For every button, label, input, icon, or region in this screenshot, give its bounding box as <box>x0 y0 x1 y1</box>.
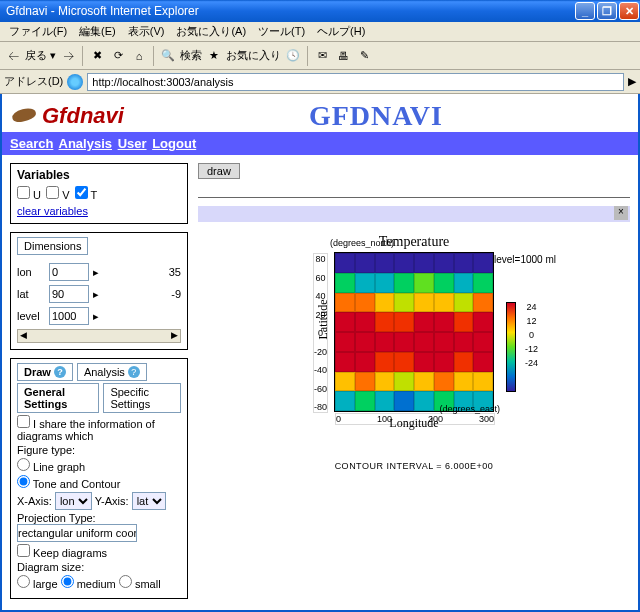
heatmap-cell <box>335 372 355 392</box>
size-small-label: small <box>135 578 161 590</box>
search-icon[interactable]: 🔍 <box>159 47 177 65</box>
menu-view[interactable]: 表示(V) <box>123 22 170 41</box>
nav-user[interactable]: User <box>118 136 147 151</box>
dragonfly-icon <box>12 109 42 123</box>
edit-icon[interactable]: ✎ <box>355 47 373 65</box>
draw-button[interactable]: draw <box>198 163 240 179</box>
size-large-radio[interactable] <box>17 575 30 588</box>
menu-tools[interactable]: ツール(T) <box>253 22 310 41</box>
address-label: アドレス(D) <box>4 74 63 89</box>
logo-left-text: Gfdnavi <box>42 103 124 128</box>
dimensions-panel: Dimensions lon ▸ 35 lat ▸ -9 level <box>10 232 188 350</box>
go-icon[interactable]: ▶ <box>628 75 636 88</box>
share-checkbox[interactable] <box>17 415 30 428</box>
stop-icon[interactable]: ✖ <box>88 47 106 65</box>
dim-level-input[interactable] <box>49 307 89 325</box>
var-t-checkbox[interactable] <box>75 186 88 199</box>
heatmap-cell <box>473 352 493 372</box>
heatmap-cell <box>355 391 375 411</box>
favorites-label[interactable]: お気に入り <box>226 48 281 63</box>
maximize-button[interactable]: ❐ <box>597 2 617 20</box>
close-icon[interactable]: × <box>614 206 628 220</box>
divider <box>198 197 630 198</box>
dimensions-tab[interactable]: Dimensions <box>17 237 88 255</box>
window-title: Gfdnavi - Microsoft Internet Explorer <box>6 4 199 18</box>
dim-lon-row: lon ▸ 35 <box>17 263 181 281</box>
back-icon[interactable]: 🡠 <box>4 47 22 65</box>
dim-lat-slider[interactable] <box>103 288 167 300</box>
help-icon[interactable]: ? <box>128 366 140 378</box>
size-small-radio[interactable] <box>119 575 132 588</box>
yaxis-select[interactable]: lat <box>132 492 166 510</box>
proj-input[interactable] <box>17 524 137 542</box>
heatmap-cell <box>454 273 474 293</box>
dim-level-label: level <box>17 310 45 322</box>
heatmap-cell <box>414 352 434 372</box>
var-u-label: U <box>33 189 41 201</box>
heatmap-cell <box>394 312 414 332</box>
favorites-icon[interactable]: ★ <box>205 47 223 65</box>
dim-lat-input[interactable] <box>49 285 89 303</box>
dim-lon-slider[interactable] <box>103 266 165 278</box>
size-medium-label: medium <box>77 578 116 590</box>
heatmap-cell <box>355 293 375 313</box>
help-icon[interactable]: ? <box>54 366 66 378</box>
heatmap-cell <box>375 312 395 332</box>
heatmap-cell <box>454 372 474 392</box>
history-icon[interactable]: 🕓 <box>284 47 302 65</box>
back-label[interactable]: 戻る <box>25 48 47 63</box>
xaxis-select[interactable]: lon <box>55 492 92 510</box>
heatmap-plot: 806040200-20-40-60-80 0100200300 <box>334 252 494 412</box>
heatmap-cell <box>434 273 454 293</box>
tab-draw[interactable]: Draw? <box>17 363 73 381</box>
close-button[interactable]: ✕ <box>619 2 639 20</box>
dim-lon-input[interactable] <box>49 263 89 281</box>
variables-panel: Variables U V T clear variables <box>10 163 188 224</box>
nav-band: Search Analysis User Logout <box>2 132 638 155</box>
var-v-label: V <box>62 189 69 201</box>
stepper-icon[interactable]: ▸ <box>93 310 99 323</box>
heatmap-cell <box>473 273 493 293</box>
stepper-icon[interactable]: ▸ <box>93 288 99 301</box>
forward-icon[interactable]: 🡢 <box>59 47 77 65</box>
clear-variables-link[interactable]: clear variables <box>17 205 88 217</box>
print-icon[interactable]: 🖶 <box>334 47 352 65</box>
heatmap-cell <box>414 273 434 293</box>
home-icon[interactable]: ⌂ <box>130 47 148 65</box>
menu-help[interactable]: ヘルプ(H) <box>312 22 370 41</box>
heatmap-cell <box>355 332 375 352</box>
figtype-line-radio[interactable] <box>17 458 30 471</box>
tab-analysis[interactable]: Analysis? <box>77 363 147 381</box>
nav-logout[interactable]: Logout <box>152 136 196 151</box>
address-input[interactable] <box>87 73 624 91</box>
stepper-icon[interactable]: ▸ <box>93 266 99 279</box>
heatmap-cell <box>454 253 474 273</box>
dimensions-scrollbar[interactable] <box>17 329 181 343</box>
minimize-button[interactable]: _ <box>575 2 595 20</box>
draw-panel: Draw? Analysis? General Settings Specifi… <box>10 358 188 599</box>
nav-search[interactable]: Search <box>10 136 53 151</box>
nav-analysis[interactable]: Analysis <box>59 136 112 151</box>
subtab-general[interactable]: General Settings <box>17 383 99 413</box>
keep-checkbox[interactable] <box>17 544 30 557</box>
y-ticks: 806040200-20-40-60-80 <box>313 253 328 413</box>
search-label[interactable]: 検索 <box>180 48 202 63</box>
subtab-specific[interactable]: Specific Settings <box>103 383 181 413</box>
mail-icon[interactable]: ✉ <box>313 47 331 65</box>
menu-file[interactable]: ファイル(F) <box>4 22 72 41</box>
var-u-checkbox[interactable] <box>17 186 30 199</box>
variables-title: Variables <box>17 168 181 182</box>
heatmap-cell <box>394 253 414 273</box>
heatmap-cell <box>355 372 375 392</box>
heatmap-cell <box>375 352 395 372</box>
back-dropdown-icon[interactable]: ▾ <box>50 49 56 62</box>
menu-fav[interactable]: お気に入り(A) <box>171 22 251 41</box>
size-medium-radio[interactable] <box>61 575 74 588</box>
heatmap-cell <box>473 312 493 332</box>
var-v-checkbox[interactable] <box>46 186 59 199</box>
dim-level-slider[interactable] <box>103 310 181 322</box>
menu-edit[interactable]: 編集(E) <box>74 22 121 41</box>
heatmap-cell <box>335 293 355 313</box>
refresh-icon[interactable]: ⟳ <box>109 47 127 65</box>
figtype-tone-radio[interactable] <box>17 475 30 488</box>
